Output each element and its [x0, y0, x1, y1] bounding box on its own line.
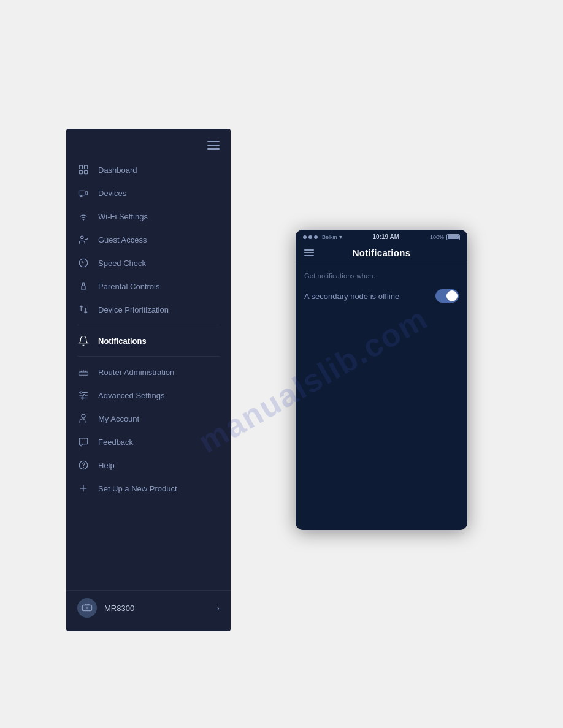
svg-rect-22 — [83, 605, 92, 611]
svg-point-14 — [83, 395, 85, 396]
sidebar-item-notifications[interactable]: Notifications — [66, 329, 231, 352]
toggle-thumb — [446, 290, 458, 301]
sidebar-item-router-admin[interactable]: Router Administration — [66, 360, 231, 384]
carrier-label: Belkin — [322, 234, 337, 240]
sidebar: Dashboard Devices Wi-Fi Settings Guest A… — [66, 129, 231, 631]
svg-rect-2 — [79, 171, 82, 174]
nav-divider — [77, 356, 220, 357]
svg-point-5 — [83, 219, 84, 221]
nav-divider — [77, 325, 220, 325]
chevron-right-icon: › — [216, 603, 220, 613]
svg-rect-0 — [79, 165, 82, 169]
sidebar-label-router-admin: Router Administration — [98, 368, 220, 377]
svg-rect-17 — [79, 438, 88, 444]
sidebar-label-advanced-settings: Advanced Settings — [98, 391, 220, 400]
parental-icon — [77, 280, 90, 292]
svg-point-16 — [82, 414, 85, 418]
battery-pct: 100% — [430, 234, 444, 240]
svg-point-15 — [82, 397, 83, 399]
svg-point-19 — [83, 467, 84, 468]
sidebar-label-setup-new: Set Up a New Product — [98, 484, 220, 493]
signal-dot-2 — [308, 235, 312, 239]
status-left: Belkin ▾ — [303, 233, 342, 240]
sidebar-label-wifi-settings: Wi-Fi Settings — [98, 212, 220, 221]
svg-rect-3 — [85, 171, 88, 174]
status-right: 100% — [430, 234, 460, 240]
phone-mockup: Belkin ▾ 10:19 AM 100% Notifications Get… — [296, 230, 467, 530]
svg-point-13 — [80, 392, 82, 393]
svg-rect-8 — [82, 286, 85, 290]
sidebar-label-devices: Devices — [98, 189, 220, 198]
notification-row-label: A secondary node is offline — [304, 292, 435, 301]
battery-fill — [448, 235, 459, 239]
speed-icon — [77, 257, 90, 269]
sidebar-label-speed-check: Speed Check — [98, 259, 220, 268]
sidebar-label-my-account: My Account — [98, 414, 220, 423]
svg-rect-1 — [85, 165, 88, 169]
device-name: MR8300 — [104, 604, 209, 613]
phone-nav-bar: Notifications — [296, 243, 467, 262]
sidebar-item-setup-new[interactable]: Set Up a New Product — [66, 477, 231, 500]
svg-point-6 — [81, 236, 84, 239]
sidebar-label-parental-controls: Parental Controls — [98, 282, 220, 291]
sidebar-label-device-prioritization: Device Prioritization — [98, 305, 220, 314]
guest-icon — [77, 233, 90, 246]
phone-screen-title: Notifications — [314, 248, 449, 258]
wifi-icon — [77, 210, 90, 222]
devices-icon — [77, 187, 90, 199]
dashboard-icon — [77, 164, 90, 176]
phone-hamburger-icon[interactable] — [304, 249, 314, 256]
battery-bar — [446, 234, 460, 240]
sidebar-label-feedback: Feedback — [98, 438, 220, 447]
sidebar-label-dashboard: Dashboard — [98, 165, 220, 175]
notification-row-offline: A secondary node is offline — [304, 287, 459, 305]
sidebar-item-dashboard[interactable]: Dashboard — [66, 158, 231, 181]
sidebar-item-parental-controls[interactable]: Parental Controls — [66, 275, 231, 298]
feedback-icon — [77, 436, 90, 448]
priority-icon — [77, 303, 90, 316]
sidebar-item-speed-check[interactable]: Speed Check — [66, 251, 231, 275]
router-icon — [77, 366, 90, 378]
offline-toggle[interactable] — [435, 289, 459, 303]
device-row[interactable]: MR8300 › — [66, 590, 231, 625]
phone-content: Get notifications when: A secondary node… — [296, 262, 467, 530]
account-icon — [77, 412, 90, 425]
sidebar-item-guest-access[interactable]: Guest Access — [66, 228, 231, 251]
sidebar-label-guest-access: Guest Access — [98, 235, 220, 245]
status-time: 10:19 AM — [372, 233, 399, 240]
plus-icon — [77, 482, 90, 495]
sidebar-item-feedback[interactable]: Feedback — [66, 430, 231, 453]
wifi-icon: ▾ — [339, 233, 342, 240]
svg-rect-9 — [79, 372, 88, 375]
sidebar-item-device-prioritization[interactable]: Device Prioritization — [66, 298, 231, 321]
notifications-section-label: Get notifications when: — [304, 272, 459, 279]
phone-status-bar: Belkin ▾ 10:19 AM 100% — [296, 230, 467, 243]
hamburger-menu-icon[interactable] — [207, 141, 220, 150]
sidebar-label-notifications: Notifications — [98, 336, 220, 346]
device-avatar — [77, 598, 97, 618]
sidebar-item-help[interactable]: Help — [66, 453, 231, 477]
sidebar-item-advanced-settings[interactable]: Advanced Settings — [66, 384, 231, 407]
sidebar-item-devices[interactable]: Devices — [66, 181, 231, 205]
svg-rect-4 — [79, 191, 86, 195]
settings-icon — [77, 389, 90, 401]
sidebar-label-help: Help — [98, 461, 220, 470]
sidebar-item-my-account[interactable]: My Account — [66, 407, 231, 430]
svg-point-23 — [86, 607, 88, 609]
bell-icon — [77, 335, 90, 347]
sidebar-item-wifi-settings[interactable]: Wi-Fi Settings — [66, 205, 231, 228]
signal-dot-1 — [303, 235, 307, 239]
signal-dot-3 — [314, 235, 318, 239]
sidebar-header — [66, 135, 231, 158]
help-icon — [77, 459, 90, 471]
